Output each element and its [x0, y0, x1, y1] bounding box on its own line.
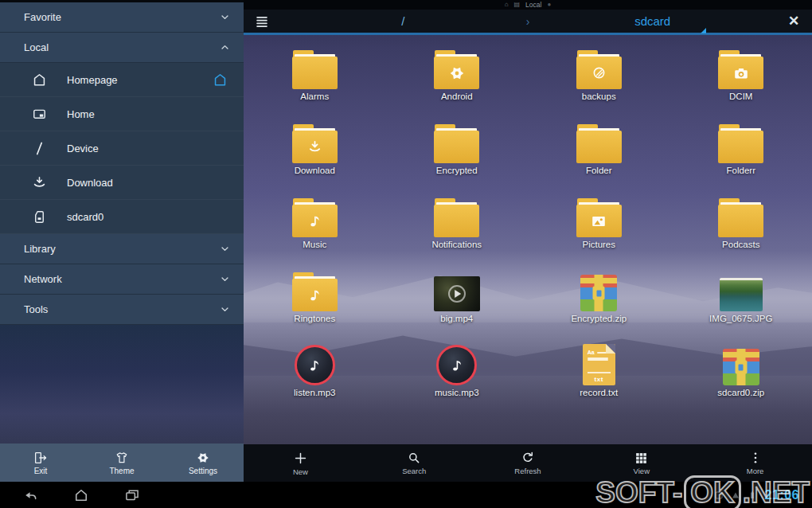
- theme-shirt-icon: [115, 451, 129, 465]
- file-item-music[interactable]: Music: [244, 191, 386, 265]
- file-name-label: DCIM: [729, 92, 752, 101]
- folder-icon: [434, 50, 479, 89]
- close-window-button[interactable]: ✕: [775, 10, 812, 33]
- sidebar-item-label: sdcard0: [67, 211, 103, 223]
- file-name-label: Folder: [586, 166, 612, 175]
- home-pentagon-icon: [30, 72, 48, 88]
- archive-icon: [723, 349, 759, 385]
- file-icon-box: [718, 43, 763, 89]
- active-tab-indicator: [701, 28, 706, 33]
- sidebar-item-download[interactable]: Download: [0, 166, 244, 200]
- home-window-icon: ⌂: [505, 2, 509, 8]
- android-status-strip: ⌂ ▤ Local ●: [244, 0, 812, 10]
- file-icon-box: [295, 339, 335, 385]
- hamburger-icon: [255, 14, 269, 29]
- nav-buttons: [5, 487, 164, 503]
- sidebar-group-tools[interactable]: Tools: [0, 295, 244, 325]
- toolbar-new-button[interactable]: New: [244, 444, 357, 482]
- file-item-download[interactable]: Download: [244, 117, 386, 191]
- file-item-music-mp3[interactable]: music.mp3: [386, 339, 529, 413]
- window-menu-button[interactable]: [244, 10, 280, 33]
- doc-line: Aa: [588, 350, 615, 355]
- toolbar-more-button[interactable]: More: [698, 444, 812, 482]
- sidebar-group-local[interactable]: Local: [0, 33, 244, 63]
- file-item-backups[interactable]: backups: [528, 43, 670, 117]
- path-segment-sdcard[interactable]: sdcard: [529, 14, 775, 28]
- doc-extension-label: txt: [583, 376, 615, 383]
- file-item-record-txt[interactable]: Aatxtrecord.txt: [528, 339, 670, 413]
- file-item-img-0675-jpg[interactable]: IMG_0675.JPG: [670, 265, 812, 339]
- audio-icon: [436, 345, 477, 385]
- file-item-android[interactable]: Android: [386, 43, 529, 117]
- chevron-down-icon: [219, 243, 231, 255]
- file-item-podcasts[interactable]: Podcasts: [670, 191, 812, 265]
- refresh-icon: [521, 451, 535, 465]
- grid-view-icon: [634, 451, 648, 465]
- sidebar-group-library[interactable]: Library: [0, 234, 244, 264]
- sidebar-empty-area: [0, 325, 244, 444]
- sidebar-item-label: Homepage: [67, 74, 118, 86]
- bottom-toolbar: NewSearchRefreshViewMore: [244, 444, 812, 482]
- folder-body: [292, 57, 338, 89]
- audio-icon: [295, 345, 335, 385]
- sidebar-group-label: Tools: [24, 303, 219, 315]
- folder-body: [576, 57, 622, 89]
- file-icon-box: [292, 43, 338, 89]
- toolbar-view-button[interactable]: View: [584, 444, 698, 482]
- file-item-folder[interactable]: Folder: [528, 117, 670, 191]
- file-name-label: IMG_0675.JPG: [709, 314, 772, 323]
- recents-button[interactable]: [107, 487, 158, 503]
- file-item-notifications[interactable]: Notifications: [386, 191, 529, 265]
- sidebar-item-homepage[interactable]: Homepage: [0, 63, 244, 97]
- file-item-ringtones[interactable]: Ringtones: [244, 265, 386, 339]
- file-icon-box: [720, 265, 763, 311]
- file-item-encrypted-zip[interactable]: Encrypted.zip: [528, 265, 670, 339]
- file-item-alarms[interactable]: Alarms: [244, 43, 386, 117]
- file-browser-pane: ⌂ ▤ Local ● /›sdcard ✕ AlarmsAndroidback…: [244, 0, 812, 482]
- file-item-pictures[interactable]: Pictures: [528, 191, 670, 265]
- folder-body: [576, 131, 622, 163]
- music-note-icon: [306, 358, 322, 373]
- sidebar-item-device[interactable]: Device: [0, 131, 244, 166]
- folder-icon: [718, 198, 763, 237]
- sidebar-group-favorite[interactable]: Favorite: [0, 2, 244, 33]
- file-item-encrypted[interactable]: Encrypted: [386, 117, 529, 191]
- download-emblem-icon: [306, 139, 323, 155]
- system-clock: 21:06: [765, 488, 799, 502]
- back-button[interactable]: [5, 487, 56, 503]
- file-name-label: Notifications: [431, 240, 482, 249]
- settings-button[interactable]: Settings: [162, 444, 244, 482]
- folder-icon: [576, 50, 622, 89]
- exit-button[interactable]: Exit: [0, 444, 81, 482]
- path-segment-root[interactable]: /: [280, 14, 526, 28]
- sidebar-item-sdcard0[interactable]: sdcard0: [0, 200, 244, 234]
- sidebar-group-label: Library: [24, 243, 219, 255]
- sidebar-item-label: Device: [67, 143, 99, 154]
- file-name-label: sdcard0.zip: [717, 388, 764, 397]
- file-item-folderr[interactable]: Folderr: [670, 117, 812, 191]
- toolbar-button-label: New: [293, 467, 308, 476]
- file-name-label: Encrypted: [436, 166, 478, 175]
- file-item-listen-mp3[interactable]: listen.mp3: [244, 339, 386, 413]
- file-name-label: Pictures: [582, 240, 615, 249]
- theme-button[interactable]: Theme: [81, 444, 162, 482]
- toolbar-refresh-button[interactable]: Refresh: [471, 444, 585, 482]
- doc-aa-text: Aa: [588, 350, 595, 355]
- sidebar-footer: ExitThemeSettings: [0, 444, 244, 482]
- file-name-label: backups: [582, 92, 616, 101]
- sidebar-item-label: Download: [67, 177, 113, 189]
- file-item-dcim[interactable]: DCIM: [670, 43, 812, 117]
- file-icon-box: [576, 191, 622, 237]
- file-item-big-mp4[interactable]: big.mp4: [386, 265, 529, 339]
- music-emblem-icon: [306, 213, 323, 229]
- folder-body: [576, 205, 622, 237]
- file-name-label: big.mp4: [440, 314, 473, 323]
- toolbar-search-button[interactable]: Search: [357, 444, 471, 482]
- sidebar-group-network[interactable]: Network: [0, 264, 244, 295]
- sidebar-item-home[interactable]: Home: [0, 97, 244, 131]
- home-button[interactable]: [56, 487, 107, 503]
- file-icon-box: [718, 117, 763, 163]
- camera-emblem-icon: [732, 64, 750, 82]
- file-item-sdcard0-zip[interactable]: sdcard0.zip: [670, 339, 812, 413]
- toolbar-button-label: Search: [402, 467, 426, 475]
